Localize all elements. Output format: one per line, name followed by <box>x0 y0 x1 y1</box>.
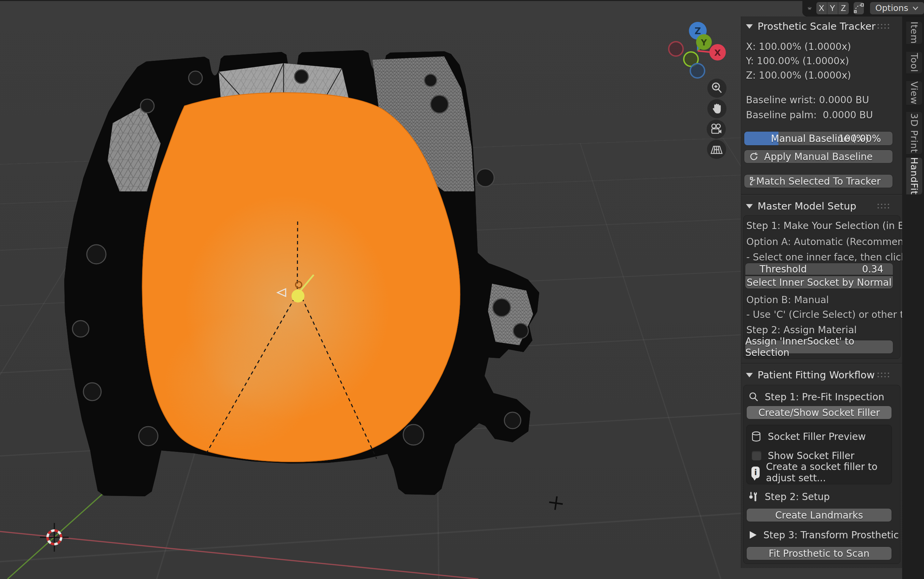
socket-filler-info-row: i Create a socket filler to adjust sett.… <box>751 466 891 479</box>
pan-tool-button[interactable] <box>707 99 726 118</box>
proportional-falloff-button[interactable] <box>854 2 864 14</box>
baseline-palm-readout: Baseline palm: 0.0000 BU <box>746 110 873 121</box>
panel-drag-dots-icon[interactable] <box>878 373 891 379</box>
option-b-label: Option B: Manual <box>746 294 829 306</box>
checkbox-label: Show Socket Filler <box>768 450 854 461</box>
setup-step-row: Step 2: Setup <box>748 490 830 504</box>
window-top-edge <box>0 0 924 1</box>
svg-text:Z: Z <box>695 26 701 36</box>
gizmo-neg-x <box>669 42 683 56</box>
zoom-tool-button[interactable] <box>707 79 726 98</box>
blender-window: Z Y X <box>0 0 924 579</box>
mirror-x-button[interactable]: X <box>816 2 827 14</box>
tab-handfit[interactable]: HandFit <box>906 157 922 195</box>
panel-drag-dots-icon[interactable] <box>878 204 891 210</box>
option-a-label: Option A: Automatic (Recommended) <box>746 236 924 247</box>
option-a-hint: - Select one inner face, then click: <box>746 252 910 263</box>
show-socket-filler-checkbox[interactable] <box>751 450 762 461</box>
chevron-expand-icon <box>746 24 753 29</box>
options-label: Options <box>875 3 908 13</box>
patient-fitting-box: Step 1: Pre-Fit Inspection Create/Show S… <box>743 385 900 564</box>
scale-y-readout: Y: 100.00% (1.0000x) <box>746 56 849 67</box>
socket-filler-preview-row: Socket Filler Preview <box>751 430 866 443</box>
create-show-socket-filler-button[interactable]: Create/Show Socket Filler <box>746 406 892 419</box>
svg-text:Y: Y <box>700 38 707 47</box>
camera-icon <box>709 122 723 136</box>
button-label: Fit Prosthetic to Scan <box>769 548 870 559</box>
button-label: Select Inner Socket by Normal <box>747 277 891 288</box>
sidebar-tab-strip: Item Tool View 3D Print HandFit <box>902 16 924 579</box>
match-selected-to-tracker-button[interactable]: Match Selected To Tracker <box>744 174 893 188</box>
button-label: Match Selected To Tracker <box>756 176 881 187</box>
mirror-butterfly-icon <box>808 3 811 13</box>
section-separator <box>741 194 902 195</box>
panel-drag-dots-icon[interactable] <box>878 24 891 30</box>
grid-icon <box>709 142 724 157</box>
tab-3d-print[interactable]: 3D Print <box>906 111 922 154</box>
section-title: Patient Fitting Workflow <box>757 369 875 381</box>
viewport-header: X Y Z Options <box>802 0 924 16</box>
handfit-sidebar-panel: Prosthetic Scale Tracker X: 100.00% (1.0… <box>741 16 902 568</box>
threshold-field[interactable]: Threshold 0.34 <box>745 263 893 275</box>
svg-text:X: X <box>714 48 721 58</box>
step-label: Step 2: Setup <box>765 491 830 502</box>
section-header-scale-tracker[interactable]: Prosthetic Scale Tracker <box>746 21 875 32</box>
camera-view-button[interactable] <box>707 119 726 139</box>
mouse-crosshair <box>548 495 563 510</box>
cylinder-mesh-icon <box>751 431 762 442</box>
mirror-y-button[interactable]: Y <box>827 2 838 14</box>
chevron-down-icon <box>913 6 919 10</box>
button-label: Create Landmarks <box>775 510 863 521</box>
subsection-title: Socket Filler Preview <box>768 431 866 442</box>
show-socket-filler-row[interactable]: Show Socket Filler <box>751 450 854 461</box>
threshold-value: 0.34 <box>862 263 883 275</box>
manual-baseline-slider[interactable]: Manual Baseline (%) 100.00% <box>744 131 893 146</box>
scale-x-readout: X: 100.00% (1.0000x) <box>746 41 851 52</box>
info-text: Create a socket filler to adjust sett... <box>766 461 891 484</box>
tab-tool[interactable]: Tool <box>906 51 922 74</box>
tab-item[interactable]: Item <box>906 21 922 44</box>
step1-instruction: Step 1: Make Your Selection (in Edit Mod… <box>746 220 924 231</box>
step-label: Step 1: Pre-Fit Inspection <box>765 391 884 402</box>
step2-instruction: Step 2: Assign Material <box>746 324 857 335</box>
ortho-grid-button[interactable] <box>707 140 726 159</box>
button-label: Apply Manual Baseline <box>764 151 872 162</box>
gizmo-neg-z <box>690 64 705 78</box>
refresh-icon <box>749 152 759 161</box>
baseline-wrist-readout: Baseline wrist: 0.0000 BU <box>746 94 869 106</box>
fit-prosthetic-to-scan-button[interactable]: Fit Prosthetic to Scan <box>746 546 892 560</box>
chevron-expand-icon <box>746 373 753 377</box>
proportional-falloff-icon <box>854 3 864 13</box>
prefit-inspection-row: Step 1: Pre-Fit Inspection <box>748 390 884 404</box>
axis-line-red-x <box>0 532 478 579</box>
selected-inner-socket <box>142 93 460 462</box>
transform-step-row: Step 3: Transform Prosthetic <box>748 528 899 542</box>
option-b-hint: - Use 'C' (Circle Select) or other tools… <box>746 309 924 320</box>
tools-icon <box>748 491 759 502</box>
play-icon <box>748 530 757 540</box>
snap-curve-icon <box>749 177 759 186</box>
slider-value: 100.00% <box>838 133 881 144</box>
mirror-z-button[interactable]: Z <box>838 2 849 14</box>
create-landmarks-button[interactable]: Create Landmarks <box>746 508 892 522</box>
scale-z-readout: Z: 100.00% (1.0000x) <box>746 70 851 81</box>
navigation-gizmo[interactable]: Z Y X <box>668 15 736 84</box>
tab-view[interactable]: View <box>906 81 922 105</box>
section-separator <box>741 363 902 364</box>
assign-innersocket-button[interactable]: Assign 'InnerSocket' to Selection <box>745 340 893 354</box>
section-title: Master Model Setup <box>757 200 856 212</box>
button-label: Create/Show Socket Filler <box>758 407 880 418</box>
master-setup-box: Step 1: Make Your Selection (in Edit Mod… <box>743 215 900 359</box>
chevron-expand-icon <box>746 204 753 208</box>
apply-manual-baseline-button[interactable]: Apply Manual Baseline <box>744 150 893 164</box>
section-header-patient-fitting[interactable]: Patient Fitting Workflow <box>746 369 875 381</box>
options-dropdown[interactable]: Options <box>870 2 924 14</box>
button-label: Assign 'InnerSocket' to Selection <box>745 335 893 358</box>
section-title: Prosthetic Scale Tracker <box>757 21 875 32</box>
median-point <box>292 290 304 303</box>
mirror-axis-toggle-group: X Y Z <box>816 2 849 14</box>
section-header-master-setup[interactable]: Master Model Setup <box>746 200 856 212</box>
select-inner-socket-button[interactable]: Select Inner Socket by Normal <box>745 276 893 289</box>
step-label: Step 3: Transform Prosthetic <box>763 530 899 541</box>
zoom-magnifier-icon <box>710 81 724 95</box>
